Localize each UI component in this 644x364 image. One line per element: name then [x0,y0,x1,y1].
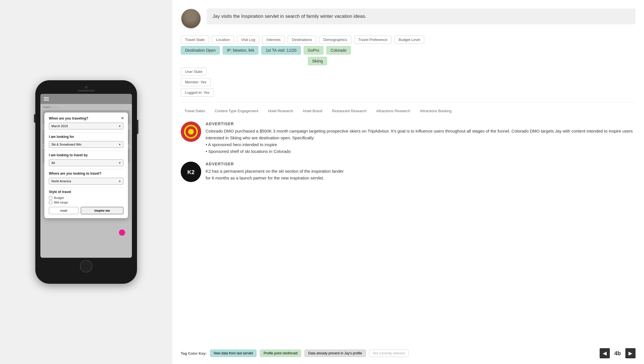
location-value: IP: Newton, MA [223,46,258,55]
ck-not-relevant: Not currently relevant [369,350,409,357]
advertiser-card-colorado: ADVERTISER Colorado DMO purchased a $500… [181,122,636,155]
k2-advertiser-info: ADVERTISER K2 has a permanent placement … [206,162,344,181]
description-box: Jay visits the Inspiration servlet in se… [207,8,636,24]
right-panel: Jay visits the Inspiration servlet in se… [172,0,644,364]
ck-present: Data already present in Jay's profile [304,350,365,357]
profile-data-row-3: User State [181,68,636,76]
colorado-advertiser-info: ADVERTISER Colorado DMO purchased a $500… [206,122,636,155]
volume-button [34,114,35,123]
travel-state-value: Destination Open [181,46,220,55]
svg-point-2 [188,129,194,135]
profile-header-row: Travel State Location Visit Log Interest… [181,36,636,44]
user-state-value: User State [181,68,206,76]
travel-date-select[interactable]: March 2019 ▼ [49,123,123,129]
screen-background: Popul Sponso Vail Famil × When are you t… [40,94,132,258]
slide-number: 4b [614,350,621,357]
interests-header: Interests [262,36,285,44]
tab-travel-dates[interactable]: Travel Dates [181,107,209,115]
phone-screen: Popul Sponso Vail Famil × When are you t… [40,94,132,258]
advertiser-card-k2: K2 ADVERTISER K2 has a permanent placeme… [181,162,636,182]
modal-question-1: When are you traveling? [49,116,123,120]
k2-advertiser-text: K2 has a permanent placement on the ski … [206,168,344,181]
logged-in-value: Logged-In: Yes [181,88,214,97]
divider-4 [49,187,123,188]
top-section: Jay visits the Inspiration servlet in se… [181,8,636,29]
ck-reinforced: Profile point reinforced [260,350,301,357]
prev-button[interactable]: ◀ [600,348,610,358]
k2-logo-svg: K2 [181,162,201,182]
phone-mockup: Popul Sponso Vail Famil × When are you t… [35,80,137,284]
inspire-button[interactable]: inspire me [81,207,123,214]
inspiration-modal: × When are you traveling? March 2019 ▼ I… [44,112,128,218]
next-button[interactable]: ▶ [625,348,636,358]
screen-content: Popul Sponso Vail Famil × When are you t… [40,104,132,258]
member-value: Member: Yes [181,78,211,86]
divider-1 [49,132,123,133]
tab-attractions-research[interactable]: Attractions Research [373,107,414,115]
tab-hotel-brand[interactable]: Hotel Brand [299,107,326,115]
midrange-checkbox[interactable] [49,201,52,204]
profile-data-row-5: Logged-In: Yes [181,88,636,97]
description-text: Jay visits the Inspiration servlet in se… [212,14,366,19]
hamburger-menu-icon[interactable] [44,97,49,101]
divider-3 [49,169,123,169]
avatar-image [181,9,201,28]
colorado-logo-svg [181,122,201,142]
next-icon: ▶ [628,350,632,356]
cursor-dot [119,229,125,236]
travel-date-dropdown[interactable]: March 2019 [49,123,123,129]
phone-top-bar [40,86,132,92]
modal-buttons: reset inspire me [49,207,123,214]
tab-attractions-booking[interactable]: Attractions Booking [416,107,455,115]
tab-restaurant-research[interactable]: Restaurant Research [328,107,370,115]
home-button[interactable] [80,260,92,272]
modal-question-4: Where are you looking to travel? [49,172,123,176]
k2-advertiser-label: ADVERTISER [206,162,344,166]
power-button [137,120,138,134]
location-header: Location [212,36,234,44]
midrange-checkbox-item[interactable]: Mid-range [49,201,123,204]
travel-preference-header: Travel Preference [354,36,392,44]
screen-header [40,94,132,104]
skiing-value: Skiing [308,57,327,65]
visit-log-value: 1st TA visit: 11/20 [261,46,301,55]
avatar [181,8,201,29]
svg-text:K2: K2 [187,169,195,175]
nav-area: ◀ 4b ▶ [600,348,636,358]
looking-for-dropdown[interactable]: Ski & Snowboard Win [49,141,123,148]
colorado-logo [181,122,201,142]
budget-label: Budget [54,196,64,200]
destination-dropdown[interactable]: North America [49,178,123,185]
travel-by-select[interactable]: Air ▼ [49,159,123,166]
interests-value: GoPro [304,46,323,55]
profile-data-row-4: Member: Yes [181,78,636,86]
visit-log-header: Visit Log [237,36,260,44]
prev-icon: ◀ [603,350,607,356]
midrange-label: Mid-range [54,201,68,204]
profile-section: Travel State Location Visit Log Interest… [181,36,636,97]
looking-for-select[interactable]: Ski & Snowboard Win ▼ [49,141,123,148]
travel-state-header: Travel State [181,36,209,44]
colorado-advertiser-label: ADVERTISER [206,122,636,126]
modal-question-2: I am looking for [49,135,123,139]
profile-data-row-2: Skiing [181,57,636,65]
left-panel: Popul Sponso Vail Famil × When are you t… [0,0,172,364]
destinations-value: Colorado [326,46,351,55]
travel-by-dropdown[interactable]: Air [49,159,123,166]
profile-data-row-1: Destination Open IP: Newton, MA 1st TA v… [181,46,636,55]
budget-level-header: Budget Level [394,36,424,44]
tab-hotel-research[interactable]: Hotel Research [264,107,297,115]
reset-button[interactable]: reset [49,207,79,214]
bg-label: Popul Sponso [40,104,132,110]
destination-select[interactable]: North America ▼ [49,178,123,185]
modal-question-3: I am looking to travel by [49,153,123,157]
close-icon[interactable]: × [121,115,124,121]
budget-checkbox-item[interactable]: Budget [49,196,123,200]
k2-logo: K2 [181,162,201,182]
divider-2 [49,151,123,151]
bottom-bar: Tag Color Key: New data from last servle… [181,348,636,358]
color-key-label: Tag Color Key: [181,351,207,356]
advertiser-section: ADVERTISER Colorado DMO purchased a $500… [181,122,636,182]
tab-content-type[interactable]: Content Type Engagement [211,107,262,115]
budget-checkbox[interactable] [49,196,52,200]
